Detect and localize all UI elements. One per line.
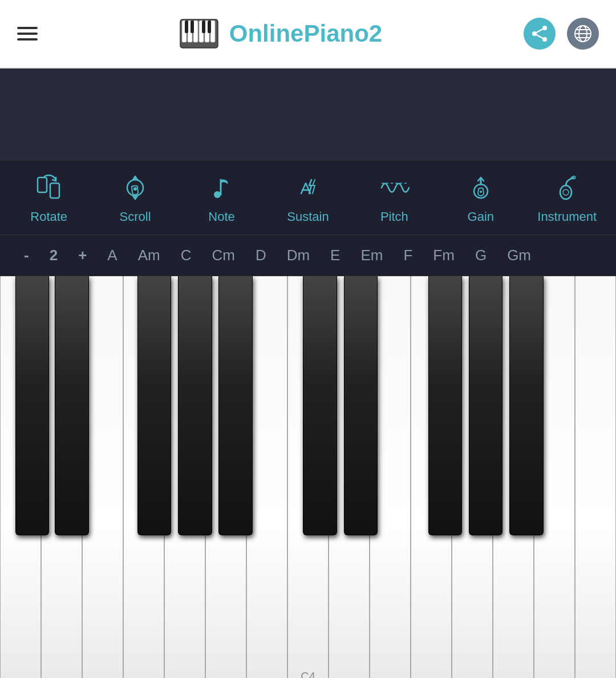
black-key-ds4[interactable] — [344, 276, 378, 535]
black-key-cs3[interactable] — [15, 276, 49, 535]
svg-rect-10 — [208, 21, 211, 33]
svg-rect-22 — [50, 183, 59, 198]
control-scroll[interactable]: Scroll — [104, 171, 167, 224]
key-C[interactable]: C — [171, 243, 202, 268]
piano-logo-icon — [179, 14, 219, 54]
piano-area: C4 — [0, 276, 616, 678]
key-selection-bar: - 2 + A Am C Cm D Dm E Em F Fm G Gm — [0, 235, 616, 276]
app-title: OnlinePiano2 — [229, 20, 382, 47]
black-key-ds3[interactable] — [55, 276, 88, 535]
svg-rect-3 — [193, 21, 198, 42]
sustain-icon — [291, 171, 325, 205]
menu-button[interactable] — [17, 27, 38, 41]
instrument-icon — [550, 171, 584, 205]
black-key-as4[interactable] — [509, 276, 543, 535]
white-key-b3[interactable] — [246, 276, 287, 678]
svg-rect-9 — [202, 21, 205, 33]
key-A[interactable]: A — [97, 243, 127, 268]
key-D[interactable]: D — [245, 243, 277, 268]
svg-point-24 — [133, 187, 137, 191]
svg-point-31 — [563, 189, 569, 195]
control-sustain[interactable]: Sustain — [277, 171, 339, 224]
instrument-label: Instrument — [537, 209, 597, 224]
share-icon — [531, 25, 548, 42]
note-icon — [205, 171, 239, 205]
header: OnlinePiano2 — [0, 0, 616, 68]
control-instrument[interactable]: Instrument — [536, 171, 598, 224]
header-right-icons — [524, 18, 599, 50]
controls-bar: Rotate Scroll Note — [0, 160, 616, 235]
c4-label: C4 — [301, 670, 315, 678]
key-Em[interactable]: Em — [350, 243, 393, 268]
svg-point-29 — [480, 191, 482, 193]
globe-icon — [573, 24, 593, 43]
black-key-gs3[interactable] — [178, 276, 212, 535]
svg-rect-21 — [38, 177, 47, 192]
black-key-fs4[interactable] — [428, 276, 462, 535]
key-minus[interactable]: - — [14, 243, 39, 268]
gain-label: Gain — [468, 209, 494, 224]
svg-rect-6 — [210, 21, 215, 42]
key-G[interactable]: G — [465, 243, 497, 268]
svg-line-15 — [534, 34, 545, 39]
key-Am[interactable]: Am — [128, 243, 171, 268]
scroll-label: Scroll — [120, 209, 151, 224]
pitch-icon — [377, 171, 411, 205]
black-key-cs4[interactable] — [303, 276, 337, 535]
share-button[interactable] — [524, 18, 556, 50]
control-gain[interactable]: Gain — [449, 171, 512, 224]
svg-rect-8 — [191, 21, 194, 33]
black-key-fs3[interactable] — [137, 276, 171, 535]
gain-icon — [464, 171, 498, 205]
control-pitch[interactable]: Pitch — [363, 171, 425, 224]
key-Cm[interactable]: Cm — [201, 243, 245, 268]
key-octave-num: 2 — [39, 243, 68, 268]
svg-point-30 — [560, 185, 572, 199]
svg-line-14 — [534, 28, 545, 34]
black-key-gs4[interactable] — [469, 276, 502, 535]
key-F[interactable]: F — [393, 243, 423, 268]
white-key-c5[interactable] — [575, 276, 616, 678]
note-label: Note — [208, 209, 234, 224]
globe-button[interactable] — [567, 18, 599, 50]
key-Fm[interactable]: Fm — [423, 243, 465, 268]
control-note[interactable]: Note — [191, 171, 253, 224]
key-E[interactable]: E — [320, 243, 350, 268]
control-rotate[interactable]: Rotate — [18, 171, 80, 224]
black-key-as3[interactable] — [218, 276, 252, 535]
rotate-icon — [32, 171, 66, 205]
scroll-icon — [118, 171, 152, 205]
logo-area: OnlinePiano2 — [38, 14, 524, 54]
banner-area — [0, 68, 616, 160]
rotate-label: Rotate — [30, 209, 67, 224]
svg-rect-7 — [185, 21, 188, 33]
svg-point-25 — [214, 191, 221, 198]
pitch-label: Pitch — [380, 209, 408, 224]
key-plus[interactable]: + — [68, 243, 97, 268]
key-Dm[interactable]: Dm — [277, 243, 320, 268]
key-Gm[interactable]: Gm — [497, 243, 541, 268]
sustain-label: Sustain — [287, 209, 329, 224]
